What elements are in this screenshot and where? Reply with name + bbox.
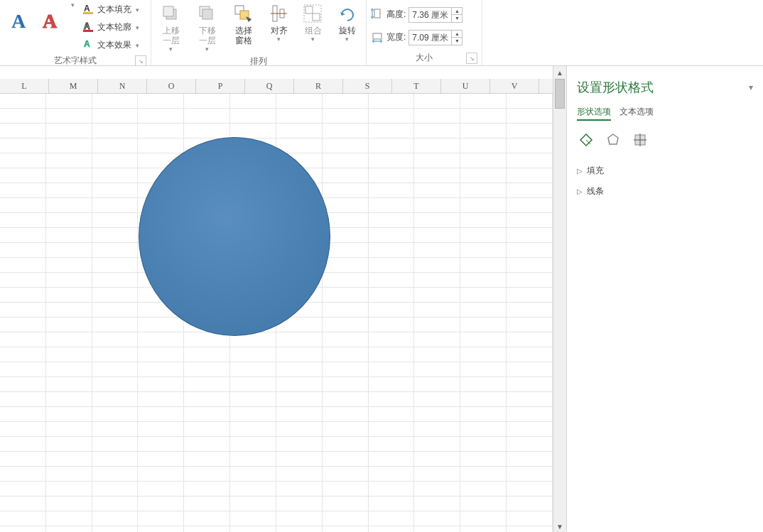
cell[interactable]: [414, 511, 460, 526]
cell[interactable]: [0, 362, 46, 376]
column-header[interactable]: U: [441, 79, 490, 93]
column-header[interactable]: T: [392, 79, 441, 93]
cell[interactable]: [276, 407, 323, 421]
rotate-button[interactable]: 旋转 ▾: [333, 1, 362, 44]
cell[interactable]: [138, 452, 184, 466]
cell[interactable]: [323, 452, 369, 466]
cell[interactable]: [276, 482, 323, 496]
effects-tab-icon[interactable]: [604, 131, 622, 149]
cell[interactable]: [507, 511, 553, 526]
cell[interactable]: [46, 362, 92, 376]
cell[interactable]: [507, 496, 553, 511]
cell[interactable]: [507, 303, 553, 317]
cell[interactable]: [414, 124, 460, 138]
cell[interactable]: [0, 377, 46, 391]
cell[interactable]: [414, 258, 460, 272]
cell[interactable]: [369, 124, 415, 138]
scroll-up-arrow[interactable]: ▲: [553, 66, 566, 79]
column-header[interactable]: S: [343, 79, 392, 93]
cell[interactable]: [460, 139, 507, 153]
cell[interactable]: [460, 317, 507, 332]
cell[interactable]: [276, 377, 323, 391]
cell[interactable]: [323, 407, 369, 421]
cell[interactable]: [369, 332, 415, 347]
cell[interactable]: [138, 139, 184, 153]
cell[interactable]: [323, 183, 369, 197]
cell[interactable]: [369, 362, 415, 376]
cell[interactable]: [92, 213, 139, 227]
cell[interactable]: [184, 124, 230, 138]
cell[interactable]: [414, 422, 460, 436]
cell[interactable]: [0, 496, 46, 511]
cell[interactable]: [414, 452, 460, 466]
vertical-scrollbar[interactable]: ▲ ▼: [553, 66, 566, 532]
cell[interactable]: [369, 347, 415, 362]
cell[interactable]: [46, 437, 92, 451]
cell[interactable]: [46, 332, 92, 347]
cell[interactable]: [0, 392, 46, 406]
cell[interactable]: [92, 94, 139, 108]
cell[interactable]: [276, 332, 323, 347]
cell[interactable]: [276, 467, 323, 481]
cell[interactable]: [323, 317, 369, 332]
cell[interactable]: [184, 422, 230, 436]
cell[interactable]: [0, 243, 46, 257]
cell[interactable]: [323, 198, 369, 212]
cell[interactable]: [460, 467, 507, 481]
cell[interactable]: [414, 467, 460, 481]
cell[interactable]: [323, 273, 369, 287]
cell[interactable]: [0, 183, 46, 197]
cell[interactable]: [323, 392, 369, 406]
cell[interactable]: [138, 467, 184, 481]
cell[interactable]: [460, 288, 507, 302]
cell[interactable]: [138, 407, 184, 421]
panel-menu-icon[interactable]: ▾: [749, 82, 753, 92]
cell[interactable]: [184, 526, 230, 532]
cell[interactable]: [414, 526, 460, 532]
column-header[interactable]: M: [49, 79, 98, 93]
cell[interactable]: [369, 183, 415, 197]
cell[interactable]: [92, 243, 139, 257]
cell[interactable]: [323, 303, 369, 317]
cell[interactable]: [46, 511, 92, 526]
scroll-down-arrow[interactable]: ▼: [553, 520, 566, 532]
cell[interactable]: [414, 109, 460, 123]
cell[interactable]: [507, 288, 553, 302]
cell[interactable]: [414, 273, 460, 287]
cell[interactable]: [507, 317, 553, 332]
cell[interactable]: [92, 183, 139, 197]
cell[interactable]: [230, 482, 276, 496]
cell[interactable]: [507, 139, 553, 153]
cell[interactable]: [276, 392, 323, 406]
cell[interactable]: [507, 153, 553, 168]
cell[interactable]: [138, 109, 184, 123]
wordart-style-preset-2[interactable]: A: [36, 1, 64, 41]
cell[interactable]: [323, 482, 369, 496]
cell[interactable]: [276, 109, 323, 123]
cell[interactable]: [460, 94, 507, 108]
cell[interactable]: [414, 228, 460, 242]
cell[interactable]: [460, 407, 507, 421]
cell[interactable]: [138, 511, 184, 526]
cell[interactable]: [460, 168, 507, 183]
cell[interactable]: [507, 362, 553, 376]
selection-pane-button[interactable]: 选择窗格: [229, 1, 259, 47]
cell[interactable]: [46, 317, 92, 332]
cell[interactable]: [414, 198, 460, 212]
cell[interactable]: [230, 496, 276, 511]
cell[interactable]: [92, 228, 139, 242]
cell[interactable]: [138, 332, 184, 347]
line-section[interactable]: ▷ 线条: [577, 181, 753, 202]
align-button[interactable]: 对齐 ▾: [265, 1, 293, 44]
cell[interactable]: [230, 362, 276, 376]
bring-forward-button[interactable]: 上移一层 ▾: [156, 1, 186, 54]
cell[interactable]: [230, 422, 276, 436]
cell[interactable]: [460, 482, 507, 496]
cell[interactable]: [46, 482, 92, 496]
cell[interactable]: [184, 437, 230, 451]
cell[interactable]: [0, 109, 46, 123]
cell[interactable]: [414, 362, 460, 376]
cell[interactable]: [230, 94, 276, 108]
cell[interactable]: [92, 467, 139, 481]
cell[interactable]: [230, 124, 276, 138]
